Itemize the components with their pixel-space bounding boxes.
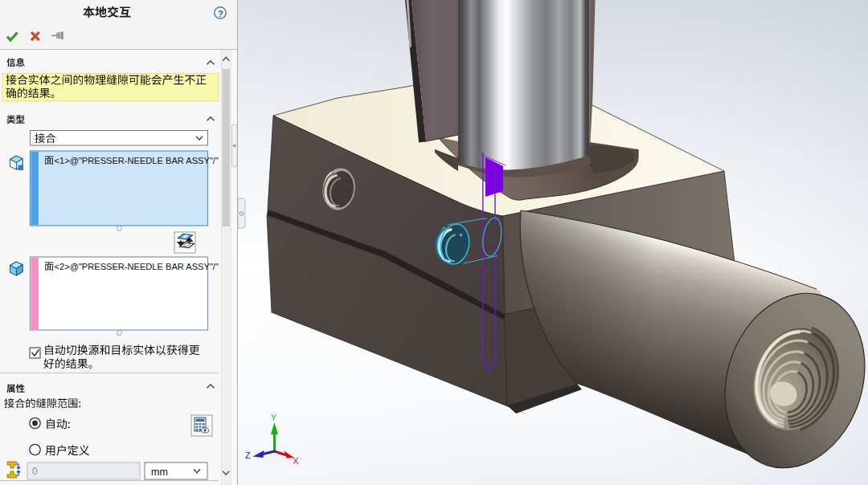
svg-text:0: 0 xyxy=(32,466,38,477)
svg-text:<1>@"PRESSER-NEEDLE BAR ASSY"/: <1>@"PRESSER-NEEDLE BAR ASSY"/" xyxy=(55,156,219,165)
svg-text:+: + xyxy=(485,266,489,274)
svg-text:X: X xyxy=(293,456,299,466)
svg-text:<2>@"PRESSER-NEEDLE BAR ASSY"/: <2>@"PRESSER-NEEDLE BAR ASSY"/" xyxy=(55,262,219,271)
svg-text:+: + xyxy=(459,231,463,239)
svg-text:mm: mm xyxy=(151,467,168,478)
svg-text:?: ? xyxy=(218,9,223,18)
svg-text:Y: Y xyxy=(271,413,276,422)
svg-text:Z: Z xyxy=(245,450,251,460)
